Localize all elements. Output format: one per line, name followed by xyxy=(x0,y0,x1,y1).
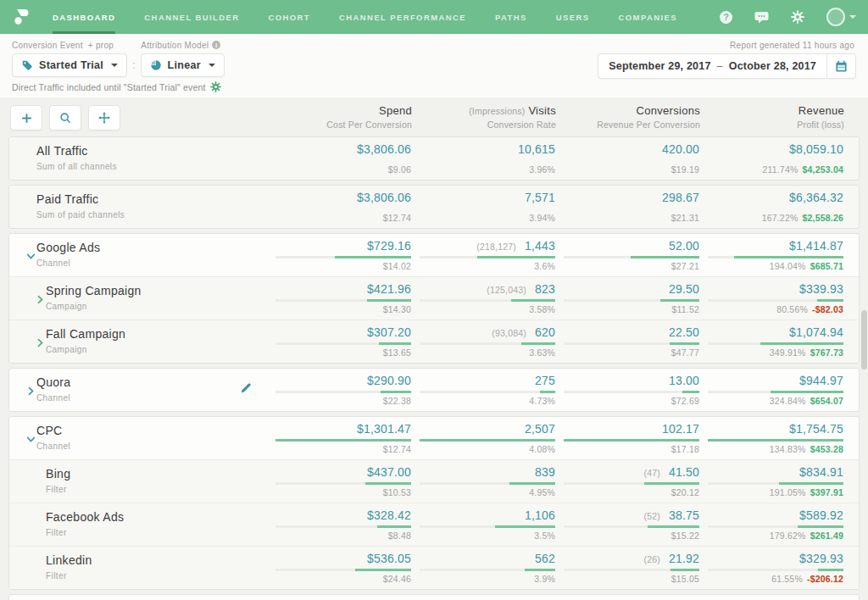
user-menu[interactable] xyxy=(826,8,856,26)
revenue-value: $6,364.32 xyxy=(789,191,843,204)
revenue-value: $1,414.87 xyxy=(789,239,843,253)
chevron-down-icon[interactable] xyxy=(26,435,36,444)
table-row[interactable]: Google AdsChannel$729.16$14.02(218,127)1… xyxy=(9,234,859,276)
chevron-down-icon[interactable] xyxy=(26,252,36,261)
conversions-bar xyxy=(564,391,699,393)
visits-cell: 1,1063.5% xyxy=(411,508,555,541)
visits-cell: 5623.9% xyxy=(411,552,555,584)
revenue-bar xyxy=(708,342,843,345)
revenue-bar xyxy=(708,208,843,210)
impressions-value: (93,084) xyxy=(492,328,526,338)
search-icon xyxy=(59,112,71,124)
table-row[interactable]: All TrafficSum of all channels$3,806.06$… xyxy=(9,137,859,180)
nav-cohort[interactable]: COHORT xyxy=(269,0,311,34)
edit-icon[interactable] xyxy=(240,382,252,397)
conversions-value: 29.50 xyxy=(669,282,699,296)
app-logo[interactable] xyxy=(10,0,32,34)
revenue-value-line: $1,074.94 xyxy=(699,325,843,340)
visits-value: 1,106 xyxy=(525,508,555,522)
conversions-sub-value: $17.18 xyxy=(555,444,699,454)
spend-cell: $290.90$22.38 xyxy=(275,374,411,406)
revenue-cell: $944.97324.84%$654.07 xyxy=(699,374,843,406)
visits-sub-value: 3.6% xyxy=(411,261,555,271)
spend-value-line: $290.90 xyxy=(275,374,411,388)
profit-value: $685.71 xyxy=(810,261,843,271)
date-range-picker[interactable]: September 29, 2017 – October 28, 2017 xyxy=(598,53,856,79)
conversions-value: 13.00 xyxy=(669,374,699,387)
add-button[interactable] xyxy=(10,105,42,131)
table-card: CPCChannel$1,301.47$12.742,5074.08%102.1… xyxy=(8,416,860,590)
visits-bar xyxy=(420,159,555,162)
vertical-scrollbar[interactable] xyxy=(861,310,867,369)
conversions-value-line: (52)38.75 xyxy=(555,508,699,523)
chat-icon[interactable] xyxy=(754,11,769,24)
table-row[interactable]: QuoraChannel$290.90$22.382754.73%13.00$7… xyxy=(9,369,859,411)
visits-value: 839 xyxy=(535,465,555,479)
revenue-value-line: $1,754.75 xyxy=(699,422,843,436)
spend-value-line: $1,301.47 xyxy=(275,422,411,436)
column-header-revenue[interactable]: Revenue Profit (loss) xyxy=(700,104,844,131)
nav-channel-performance[interactable]: CHANNEL PERFORMANCE xyxy=(339,0,466,34)
visits-bar xyxy=(420,525,555,528)
profit-line: 61.55%-$206.12 xyxy=(699,574,843,584)
nav-paths[interactable]: PATHS xyxy=(495,0,527,34)
row-title: Bing xyxy=(46,467,70,481)
conversions-value: 298.67 xyxy=(662,191,699,204)
report-info: Report generated 11 hours ago September … xyxy=(598,40,856,92)
nav-companies[interactable]: COMPANIES xyxy=(619,0,677,34)
conversions-value: 102.17 xyxy=(662,422,699,436)
column-header-visits[interactable]: (Impressions)Visits Conversion Rate xyxy=(412,104,556,131)
attribution-model-dropdown[interactable]: Linear xyxy=(141,53,225,77)
conversions-bar xyxy=(564,482,699,485)
nav-right: ? xyxy=(720,0,856,34)
move-icon xyxy=(98,112,110,124)
column-header-conversions[interactable]: Conversions Revenue Per Conversion xyxy=(556,104,700,131)
settings-icon[interactable] xyxy=(791,10,804,24)
conversion-event-dropdown[interactable]: Started Trial xyxy=(12,53,127,77)
search-button[interactable] xyxy=(49,105,81,131)
nav-channel-builder[interactable]: CHANNEL BUILDER xyxy=(144,0,239,34)
table-row[interactable]: BingFilter$437.00$10.538394.95%(47)41.50… xyxy=(9,459,859,503)
table-card: Google AdsChannel$729.16$14.02(218,127)1… xyxy=(8,233,860,364)
profit-line: 211.74%$4,253.04 xyxy=(699,164,843,175)
revenue-value: $8,059.10 xyxy=(789,142,843,156)
table-row[interactable]: Fall CampaignCampaign$307.20$13.65(93,08… xyxy=(9,319,859,363)
table-card: Paid TrafficSum of paid channels$3,806.0… xyxy=(8,185,860,229)
add-property-link[interactable]: + prop xyxy=(88,41,114,50)
spend-value: $3,806.06 xyxy=(357,191,411,204)
row-titles: QuoraChannel xyxy=(36,374,70,403)
nav-users[interactable]: USERS xyxy=(556,0,590,34)
chevron-right-icon[interactable] xyxy=(36,338,46,347)
spend-sub-value: $8.48 xyxy=(275,531,411,541)
visits-sub-value: 4.08% xyxy=(411,444,555,454)
table-row[interactable]: EmailChannel$0.00--1,4284%57.08$13.66$77… xyxy=(9,595,859,600)
spend-value: $536.05 xyxy=(367,552,411,565)
chevron-right-icon[interactable] xyxy=(26,386,36,396)
chevron-right-icon[interactable] xyxy=(36,295,46,304)
nav-dashboard[interactable]: DASHBOARD xyxy=(53,0,115,34)
spend-sub-value: $10.53 xyxy=(275,487,411,497)
conversions-sub-value: $15.22 xyxy=(555,531,699,541)
revenue-value-line: $6,364.32 xyxy=(699,191,843,205)
info-icon[interactable]: i xyxy=(212,41,220,49)
table-row[interactable]: LinkedinFilter$536.05$24.465623.9%(26)21… xyxy=(9,546,859,589)
direct-traffic-settings-icon[interactable] xyxy=(210,81,221,92)
table-row[interactable]: Paid TrafficSum of paid channels$3,806.0… xyxy=(9,186,859,228)
move-button[interactable] xyxy=(88,105,120,131)
conversions-sub-value: $72.69 xyxy=(555,396,699,406)
visits-value-line: 2,507 xyxy=(411,422,555,436)
revenue-value-line: $329.93 xyxy=(699,552,843,566)
column-header-spend[interactable]: Spend Cost Per Conversion xyxy=(276,104,412,131)
calendar-button[interactable] xyxy=(826,54,855,78)
visits-value: 10,615 xyxy=(518,142,555,156)
revenue-value-line: $944.97 xyxy=(699,374,843,388)
table-row[interactable]: CPCChannel$1,301.47$12.742,5074.08%102.1… xyxy=(9,417,859,459)
help-icon[interactable]: ? xyxy=(720,11,732,24)
table-row[interactable]: Spring CampaignCampaign$421.96$14.30(125… xyxy=(9,276,859,319)
table-row[interactable]: Facebook AdsFilter$328.42$8.481,1063.5%(… xyxy=(9,503,859,546)
row-subtitle: Campaign xyxy=(46,345,125,354)
conversions-value-line: 29.50 xyxy=(555,282,699,297)
spend-value-line: $729.16 xyxy=(275,239,411,253)
revenue-bar xyxy=(708,525,843,528)
table-toolbar: Spend Cost Per Conversion (Impressions)V… xyxy=(8,104,860,136)
